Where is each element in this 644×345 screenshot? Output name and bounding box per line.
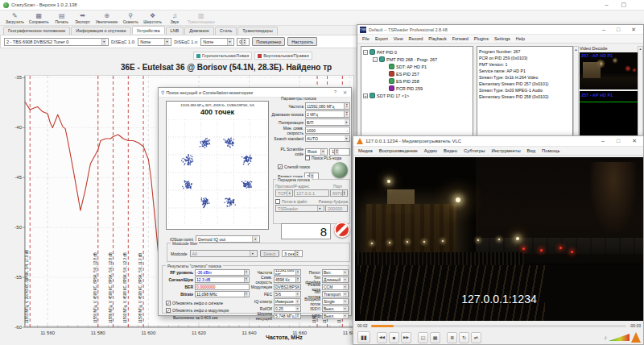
diseqc10-select[interactable]: None▼	[138, 38, 171, 46]
menu-item[interactable]: Субтитры	[464, 148, 485, 153]
legend-item[interactable]: Горизонтальная/Левая	[193, 52, 252, 60]
seek-slider[interactable]	[371, 325, 626, 327]
tuner-select[interactable]: 2 - TBS 6908 DVBS/S2 Tuner 0▼	[4, 38, 109, 46]
menu-item[interactable]: Record	[409, 36, 423, 41]
toolbar-button[interactable]: ✎ Загрузить	[3, 11, 27, 25]
speaker-icon[interactable]: ♪	[605, 335, 608, 340]
result-dropdown[interactable]: Transport	[322, 291, 349, 297]
modcode-select[interactable]: All▼	[190, 250, 258, 257]
stop-icon[interactable]	[334, 222, 350, 238]
close-icon[interactable]: ✕	[343, 89, 347, 95]
checkbox-checked-icon[interactable]: ✓	[278, 164, 283, 169]
maximize-button[interactable]: □	[617, 27, 620, 33]
menu-item[interactable]: Воспроизведение	[379, 148, 418, 153]
result-dropdown[interactable]: Вкл.	[322, 269, 349, 276]
param-field[interactable]: AUTO	[305, 135, 350, 142]
result-field[interactable]: 12.3 dB	[195, 276, 250, 283]
menu-item[interactable]: Медиа	[358, 148, 373, 153]
tree-expander-icon[interactable]	[363, 94, 368, 98]
result-field[interactable]: 0,25	[274, 306, 301, 312]
toolbar-button[interactable]: ♫ Звук	[164, 11, 185, 25]
loop-button[interactable]: ↻	[459, 332, 469, 343]
tab[interactable]: Стиль	[215, 27, 237, 35]
spinner-arrows-icon[interactable]: ▲▼	[242, 39, 246, 45]
result-dropdown[interactable]: Выкл.	[322, 306, 349, 312]
toolbar-button[interactable]: ⊕ Увеличение	[93, 11, 121, 25]
toolbar-button[interactable]: ⚲ Сканить	[120, 11, 141, 25]
pl-scramble-mode[interactable]: Root▼	[305, 148, 328, 156]
toolbar-button[interactable]: ▦ Сохранить	[27, 11, 52, 25]
result-field[interactable]: DVBS2/8PSK	[274, 284, 301, 290]
close-icon[interactable]: ✕	[631, 27, 636, 33]
update-signal-info-checkbox[interactable]: ✓ Обновлять инфо о сигнале	[166, 300, 250, 306]
result-dropdown[interactable]: Выкл.	[322, 313, 349, 319]
tab[interactable]: LNB	[166, 27, 184, 35]
pl-scramble-value[interactable]: 1▲▼	[329, 148, 350, 156]
checkbox-checked-icon[interactable]: ✓	[166, 301, 171, 306]
menu-item[interactable]: Вид	[527, 148, 536, 153]
result-dropdown[interactable]: Single	[322, 298, 349, 305]
detect-interval-stepper[interactable]: 3 сек▲▼	[282, 250, 303, 257]
previous-button[interactable]: ◀◀	[377, 332, 387, 343]
result-field[interactable]: 5/6	[274, 291, 301, 297]
menu-item[interactable]: Export	[375, 36, 388, 41]
stop-button[interactable]: ■	[389, 332, 399, 343]
next-button[interactable]: ▶▶	[401, 332, 411, 343]
tree-expander-icon[interactable]	[363, 50, 368, 55]
tree-row[interactable]: SDT: AP HD P1	[382, 63, 471, 70]
iqscan-select[interactable]: Demod IQ out▼	[196, 235, 260, 243]
result-field[interactable]: Инверсия	[274, 298, 301, 305]
result-field[interactable]: 5,748 МГц	[274, 313, 301, 319]
tab[interactable]: Устройства	[132, 26, 165, 34]
decode-scrollbar[interactable]: ▲	[638, 46, 643, 149]
menu-item[interactable]: Инструменты	[491, 148, 520, 153]
close-icon[interactable]: ✕	[632, 138, 637, 144]
random-button[interactable]: ⇄	[471, 332, 481, 343]
menu-item[interactable]: View	[394, 36, 403, 41]
buffer-size-field[interactable]: 200000	[325, 205, 348, 212]
port-field[interactable]: 6970▲▼	[330, 189, 348, 197]
menu-item[interactable]: Forward	[452, 36, 469, 41]
positioner-button[interactable]: Позиционер	[252, 37, 285, 46]
param-field[interactable]: В/П	[305, 118, 350, 126]
checkbox-icon[interactable]	[305, 156, 310, 160]
menu-item[interactable]: File	[362, 36, 369, 41]
reader-select[interactable]: TSReader▼	[275, 205, 324, 212]
update-modulation-info-checkbox[interactable]: ✓ Обновлять инфо о модуляции	[166, 307, 250, 314]
result-field[interactable]: 0,0000000	[195, 284, 250, 290]
extended-settings-button[interactable]: ▦	[430, 332, 440, 343]
toolbar-button[interactable]: ❖ Шерстить	[141, 11, 164, 25]
diseqc1x-select[interactable]: None▼	[200, 38, 234, 46]
menu-item[interactable]: Settings	[494, 36, 510, 41]
tab[interactable]: Транспондеры	[237, 27, 277, 35]
legend-item[interactable]: Вертикальная/Правая	[254, 52, 312, 60]
result-dropdown[interactable]: Длинный	[322, 276, 349, 283]
menu-item[interactable]: Plugins	[474, 36, 489, 41]
result-field[interactable]: -36 dBm	[195, 269, 250, 276]
param-field[interactable]: 1000	[305, 127, 350, 134]
spinner-arrows-icon[interactable]: ▲▼	[334, 149, 339, 155]
checkbox-checked-icon[interactable]: ✓	[166, 308, 171, 313]
playlist-button[interactable]: ≣	[447, 332, 457, 343]
volume-slider[interactable]	[609, 334, 630, 341]
tree-row[interactable]: ES PID 257	[382, 70, 471, 77]
tree-row[interactable]: SDT PID 17 <1>	[363, 92, 471, 99]
maximize-button[interactable]: ▢	[621, 2, 626, 8]
result-dropdown[interactable]: CCM	[322, 284, 349, 290]
tree-row[interactable]: PAT PID 0	[363, 48, 471, 56]
minimize-button[interactable]: –	[602, 27, 605, 33]
tree-expander-icon[interactable]	[373, 57, 378, 62]
menu-item[interactable]: Видео	[444, 148, 457, 153]
menu-item[interactable]: Playback	[428, 36, 446, 41]
toolbar-button[interactable]: ▤ Печать	[52, 11, 72, 25]
blind-search-checkbox[interactable]: ✓ Слепой поиск	[278, 164, 310, 169]
spinner-arrows-icon[interactable]: ▲▼	[295, 251, 299, 256]
toolbar-button[interactable]: ▥ Транспондеры	[185, 11, 217, 25]
protocol-select[interactable]: TCP▼	[275, 189, 293, 197]
video-area[interactable]: 127.0.0.1:1234	[355, 157, 643, 321]
tree-row[interactable]: ES PID 258	[382, 77, 471, 85]
stream-to-file-checkbox[interactable]	[275, 199, 280, 204]
result-field[interactable]: 11591,886 МГ	[274, 269, 301, 276]
fullscreen-button[interactable]: ◱	[418, 332, 428, 343]
param-field[interactable]: 2 МГц	[305, 110, 350, 118]
